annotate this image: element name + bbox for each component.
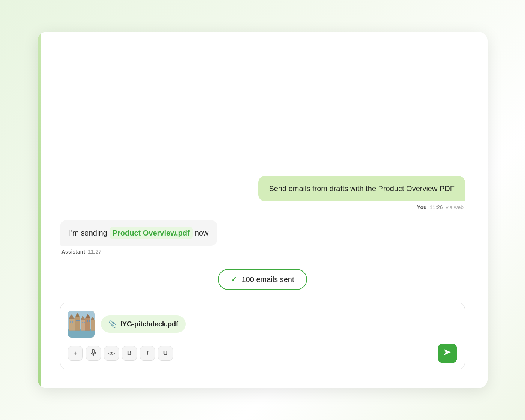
bold-button[interactable]: B: [122, 346, 137, 361]
code-icon: </>: [108, 351, 115, 356]
svg-rect-17: [89, 320, 90, 322]
mic-button[interactable]: [86, 346, 101, 361]
image-thumbnail[interactable]: [68, 310, 95, 338]
assistant-sender-label: Assistant: [62, 249, 85, 255]
mic-icon: [90, 349, 96, 358]
paperclip-icon: 📎: [108, 320, 117, 328]
assistant-time-label: 11:27: [88, 249, 101, 255]
status-pill-wrap: ✓ 100 emails sent: [60, 269, 465, 290]
svg-rect-13: [84, 322, 85, 323]
assistant-meta: Assistant 11:27: [60, 249, 101, 255]
user-via-label: via web: [446, 204, 464, 210]
italic-icon: I: [147, 350, 148, 357]
svg-rect-18: [91, 320, 95, 331]
messages-area: Send emails from drafts with the Product…: [60, 47, 465, 377]
compose-toolbar: + </> B: [68, 344, 457, 363]
pdf-attachment-pill[interactable]: 📎 IYG-pitchdeck.pdf: [101, 315, 186, 333]
compose-attachments: 📎 IYG-pitchdeck.pdf: [68, 310, 457, 338]
user-time-label: 11:26: [429, 204, 442, 210]
user-sender-label: You: [417, 204, 426, 210]
assistant-text-before: I'm sending: [69, 228, 107, 238]
svg-rect-16: [87, 320, 88, 322]
chat-window: Send emails from drafts with the Product…: [38, 32, 488, 388]
assistant-bubble: I'm sending Product Overview.pdf now: [60, 220, 218, 246]
code-button[interactable]: </>: [104, 346, 119, 361]
svg-rect-6: [75, 317, 80, 331]
svg-rect-12: [82, 322, 83, 323]
underline-icon: U: [163, 350, 168, 357]
pdf-attachment-name: IYG-pitchdeck.pdf: [120, 320, 178, 328]
status-label: 100 emails sent: [242, 275, 294, 284]
compose-area: 📎 IYG-pitchdeck.pdf +: [60, 303, 465, 369]
svg-rect-10: [81, 320, 85, 331]
user-meta: You 11:26 via web: [417, 204, 465, 210]
user-message-text: Send emails from drafts with the Product…: [269, 184, 454, 193]
plus-icon: +: [74, 350, 77, 357]
add-button[interactable]: +: [68, 346, 83, 361]
italic-button[interactable]: I: [140, 346, 155, 361]
assistant-text-after: now: [195, 228, 209, 238]
assistant-pdf-link[interactable]: Product Overview.pdf: [110, 227, 193, 239]
bold-icon: B: [127, 350, 132, 357]
user-bubble: Send emails from drafts with the Product…: [258, 176, 465, 201]
svg-rect-8: [76, 320, 78, 321]
send-icon: [443, 348, 452, 358]
svg-rect-9: [78, 320, 80, 321]
svg-rect-2: [69, 319, 75, 331]
user-message-wrap: Send emails from drafts with the Product…: [60, 176, 465, 210]
svg-rect-14: [86, 318, 90, 331]
status-pill: ✓ 100 emails sent: [218, 269, 307, 290]
assistant-message-wrap: I'm sending Product Overview.pdf now Ass…: [60, 220, 465, 255]
underline-button[interactable]: U: [158, 346, 173, 361]
check-icon: ✓: [231, 275, 237, 284]
svg-rect-5: [72, 321, 74, 323]
svg-rect-22: [92, 349, 94, 353]
left-accent-bar: [38, 32, 40, 388]
svg-rect-4: [70, 321, 71, 323]
send-button[interactable]: [438, 344, 457, 363]
